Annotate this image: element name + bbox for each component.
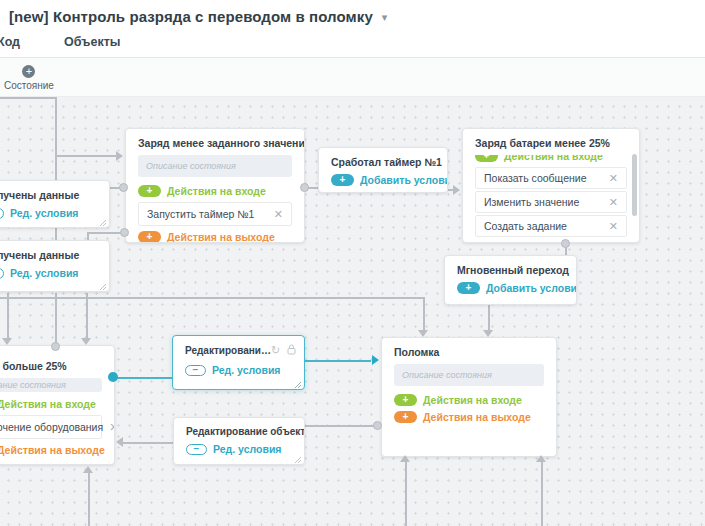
resize-handle[interactable] [99,281,107,289]
arrowhead-right [453,185,460,195]
state-node-charge-above-25[interactable]: Заряд больше 25% Описание состояния + Де… [0,345,115,465]
connector-line [541,455,543,526]
node-scroll-area[interactable]: + Действия на входе Показать сообщение ✕… [475,155,627,243]
add-entry-action-button[interactable]: + Действия на входе [0,398,102,410]
connector-line [303,425,375,427]
node-title: Получены данные [0,189,97,201]
connection-dot[interactable] [300,183,309,192]
plus-icon: + [394,394,417,406]
chevron-down-icon[interactable]: ▾ [382,11,388,24]
transition-node-timer1-fired[interactable]: Сработал таймер №1 + Добавить условия [318,147,448,193]
tab-objects[interactable]: Объекты [62,35,122,57]
arrowhead-down [418,330,428,337]
node-title: Получены данные [0,249,97,261]
add-exit-action-button[interactable]: + Действия на выходе [394,411,544,423]
arrowhead-down [2,338,12,345]
entry-action-item: Создать задание ✕ [475,215,627,237]
minus-icon: − [186,444,207,455]
scrollbar-thumb[interactable] [632,154,637,216]
node-title: Заряд менее заданного значения [138,137,292,149]
diagram-canvas[interactable]: Заряд менее заданного значения Описание … [0,97,705,526]
add-state-label: Состояние [4,80,54,91]
entry-action-item: Показать сообщение ✕ [475,167,627,189]
connector-line [405,455,407,526]
description-input[interactable]: Описание состояния [394,364,544,386]
add-entry-action-button[interactable]: + Действия на входе [394,394,544,406]
add-exit-action-button[interactable]: + Действия на выходе [475,242,627,243]
arrowhead-up [536,455,546,462]
entry-action-item: Изменить значение ✕ [475,191,627,213]
remove-icon[interactable]: ✕ [103,421,115,434]
node-title: Редактировани… [185,345,271,356]
add-exit-action-button[interactable]: + Действия на выходе [138,231,292,243]
connection-dot[interactable] [373,421,382,430]
description-placeholder: Описание состояния [0,380,66,390]
connection-dot[interactable] [561,239,570,248]
tab-code[interactable]: Код [0,35,22,57]
lock-icon[interactable] [287,344,296,357]
arrowhead-down [483,330,493,337]
connector-line-active [305,360,371,362]
add-conditions-button[interactable]: + Добавить условия [457,282,564,294]
connector-line [7,293,9,339]
edit-conditions-button[interactable]: − Ред. условия [0,207,97,219]
resize-handle[interactable] [294,454,302,462]
node-title: Сработал таймер №1 [331,156,435,168]
node-title: Заряд больше 25% [0,360,102,372]
resize-handle[interactable] [99,217,107,225]
transition-node-data-received-top[interactable]: Получены данные − Ред. условия [0,180,110,228]
plus-icon: + [457,282,480,294]
connection-dot[interactable] [120,228,129,237]
remove-icon[interactable]: ✕ [603,220,618,233]
description-input[interactable]: Описание состояния [138,155,292,177]
minus-icon: − [0,208,4,219]
transition-node-instant-transition[interactable]: Мгновенный переход + Добавить условия [444,255,577,305]
transition-node-object-editing[interactable]: Редактирование объекта − Ред. условия [173,417,305,465]
connection-dot[interactable] [119,183,128,192]
add-entry-action-button[interactable]: + Действия на входе [475,155,627,162]
add-exit-action-button[interactable]: + Действия на выходе [0,444,102,456]
description-input[interactable]: Описание состояния [0,378,102,392]
entry-action-item: Включение оборудования ✕ [0,415,102,439]
edit-conditions-button[interactable]: − Ред. условия [186,443,292,455]
node-title: Мгновенный переход [457,264,564,276]
page-title: [new] Контроль разряда с переводом в пол… [9,8,373,25]
arrowhead-right [116,151,123,161]
state-node-charge-below-setpoint[interactable]: Заряд менее заданного значения Описание … [125,128,305,243]
add-conditions-button[interactable]: + Добавить условия [331,174,435,186]
resize-handle[interactable] [294,379,302,387]
connector-line [55,97,57,181]
plus-icon: + [475,242,498,243]
plus-icon: + [138,231,161,243]
plus-icon: + [138,185,161,197]
remove-icon[interactable]: ✕ [268,208,283,221]
window-title-bar[interactable]: [new] Контроль разряда с переводом в пол… [0,0,705,32]
transition-node-editing-selected[interactable]: Редактировани… ↻ − Ред. условия [172,335,305,390]
connection-dot-active[interactable] [108,372,118,382]
remove-icon[interactable]: ✕ [603,172,618,185]
connection-dot[interactable] [51,342,60,351]
arrowhead-down [81,338,91,345]
add-entry-action-button[interactable]: + Действия на входе [138,185,292,197]
edit-conditions-button[interactable]: − Ред. условия [185,364,292,376]
tab-bar: Код Объекты [0,32,705,58]
arrowhead-up [400,455,410,462]
connector-line [488,305,490,331]
loop-icon[interactable]: ↻ [271,344,280,357]
remove-icon[interactable]: ✕ [603,196,618,209]
connector-line [423,297,425,331]
arrowhead-right-active [372,355,379,365]
state-node-battery-below-25[interactable]: Заряд батареи менее 25% + Действия на вх… [462,128,640,243]
plus-icon: + [22,65,35,78]
arrowhead-up [83,466,93,473]
description-placeholder: Описание состояния [146,161,236,171]
state-node-breakdown[interactable]: Поломка Описание состояния + Действия на… [381,337,557,457]
minus-icon: − [185,365,206,376]
add-state-button[interactable]: + Состояние [0,61,60,93]
connector-line-active [113,377,173,379]
edit-conditions-button[interactable]: − Ред. условия [0,267,97,279]
entry-action-item: Запустить таймер №1 ✕ [138,202,292,226]
toolbar: + Состояние [0,58,705,97]
connector-line [55,155,116,157]
transition-node-data-received-bottom[interactable]: Получены данные − Ред. условия [0,240,110,292]
